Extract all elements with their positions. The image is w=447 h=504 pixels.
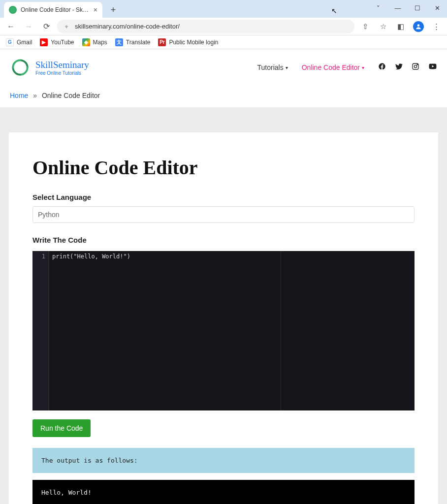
side-panel-icon[interactable]: ◧ <box>394 20 408 33</box>
back-button[interactable]: ← <box>4 20 18 33</box>
site-header: SkillSeminary Free Online Tutorials Tuto… <box>0 49 447 86</box>
twitter-icon[interactable] <box>395 63 403 72</box>
browser-tab[interactable]: Online Code Editor - Skill Semin × <box>4 2 102 18</box>
gmail-icon: G <box>6 38 14 46</box>
nav-online-code-editor[interactable]: Online Code Editor ▾ <box>302 63 364 71</box>
site-info-icon[interactable]: ᯤ <box>63 23 71 31</box>
logo-swirl-icon <box>10 57 31 78</box>
bookmark-maps[interactable]: ◆ Maps <box>82 38 107 46</box>
code-editor[interactable]: 1 print("Hello, World!") <box>32 251 415 410</box>
dropdown-chevron-icon[interactable]: ˅ <box>368 0 388 16</box>
chevron-down-icon: ▾ <box>286 65 288 70</box>
breadcrumb-separator: » <box>33 92 37 99</box>
tab-title: Online Code Editor - Skill Semin <box>21 6 90 13</box>
close-window-button[interactable]: ✕ <box>427 0 447 16</box>
bookmark-label: Translate <box>126 39 151 46</box>
editor-ruler <box>281 251 281 410</box>
menu-kebab-icon[interactable]: ⋮ <box>429 20 443 33</box>
browser-titlebar: Online Code Editor - Skill Semin × + ˅ ―… <box>0 0 447 18</box>
bookmark-label: Gmail <box>17 39 32 46</box>
language-input[interactable] <box>32 206 415 223</box>
address-bar[interactable]: ᯤ skillseminary.com/online-code-editor/ <box>57 20 354 33</box>
svg-point-2 <box>414 65 416 67</box>
code-area[interactable]: print("Hello, World!") <box>49 251 415 410</box>
language-label: Select Language <box>32 193 415 201</box>
reload-button[interactable]: ⟳ <box>39 20 53 33</box>
run-code-button[interactable]: Run the Code <box>32 419 91 437</box>
bookmark-label: Maps <box>93 39 107 46</box>
code-label: Write The Code <box>32 236 415 244</box>
breadcrumb: Home » Online Code Editor <box>0 86 447 108</box>
output-label: The output is as follows: <box>32 448 415 473</box>
breadcrumb-current: Online Code Editor <box>42 92 100 99</box>
translate-icon: 文 <box>115 38 123 46</box>
site-nav: Tutorials ▾ Online Code Editor ▾ <box>257 63 437 72</box>
bookmark-gmail[interactable]: G Gmail <box>6 38 32 46</box>
page-viewport[interactable]: SkillSeminary Free Online Tutorials Tuto… <box>0 49 447 504</box>
window-controls: ˅ ― ☐ ✕ <box>368 0 447 16</box>
bookmark-label: YouTube <box>51 39 74 46</box>
logo-subtitle: Free Online Tutorials <box>35 70 89 76</box>
instagram-icon[interactable] <box>412 63 419 72</box>
nav-label: Tutorials <box>257 63 284 71</box>
url-text: skillseminary.com/online-code-editor/ <box>75 23 180 30</box>
bookmark-star-icon[interactable]: ☆ <box>376 20 390 33</box>
youtube-icon: ▶ <box>40 38 48 46</box>
maps-icon: ◆ <box>82 38 90 46</box>
profile-avatar-icon <box>413 21 424 32</box>
profile-button[interactable] <box>412 20 425 33</box>
minimize-button[interactable]: ― <box>388 0 408 16</box>
social-links <box>378 63 437 72</box>
bookmark-youtube[interactable]: ▶ YouTube <box>40 38 74 46</box>
bookmarks-bar: G Gmail ▶ YouTube ◆ Maps 文 Translate Pr … <box>0 35 447 49</box>
chevron-down-icon: ▾ <box>362 65 364 70</box>
content-wrapper: Online Code Editor Select Language Write… <box>0 108 447 504</box>
forward-button[interactable]: → <box>22 20 35 33</box>
share-icon[interactable]: ⇧ <box>358 20 372 33</box>
public-mobile-icon: Pr <box>158 38 166 46</box>
nav-tutorials[interactable]: Tutorials ▾ <box>257 63 288 71</box>
output-box: Hello, World! <box>32 480 415 504</box>
close-tab-icon[interactable]: × <box>94 6 97 14</box>
facebook-icon[interactable] <box>378 63 386 72</box>
svg-point-0 <box>417 24 420 27</box>
youtube-icon[interactable] <box>428 63 437 72</box>
breadcrumb-home[interactable]: Home <box>10 92 28 99</box>
browser-toolbar: ← → ⟳ ᯤ skillseminary.com/online-code-ed… <box>0 18 447 35</box>
svg-point-3 <box>417 64 417 65</box>
maximize-button[interactable]: ☐ <box>408 0 427 16</box>
new-tab-button[interactable]: + <box>106 3 120 17</box>
code-line: print("Hello, World!") <box>52 253 412 260</box>
bookmark-label: Public Mobile login <box>169 39 218 46</box>
tab-favicon-icon <box>9 6 17 14</box>
bookmark-translate[interactable]: 文 Translate <box>115 38 151 46</box>
line-number: 1 <box>32 253 45 260</box>
site-logo[interactable]: SkillSeminary Free Online Tutorials <box>10 57 89 78</box>
content-card: Online Code Editor Select Language Write… <box>9 132 438 504</box>
nav-label: Online Code Editor <box>302 63 360 71</box>
line-gutter: 1 <box>32 251 48 410</box>
page-title: Online Code Editor <box>32 156 415 179</box>
bookmark-public-mobile[interactable]: Pr Public Mobile login <box>158 38 218 46</box>
logo-title: SkillSeminary <box>35 60 89 70</box>
